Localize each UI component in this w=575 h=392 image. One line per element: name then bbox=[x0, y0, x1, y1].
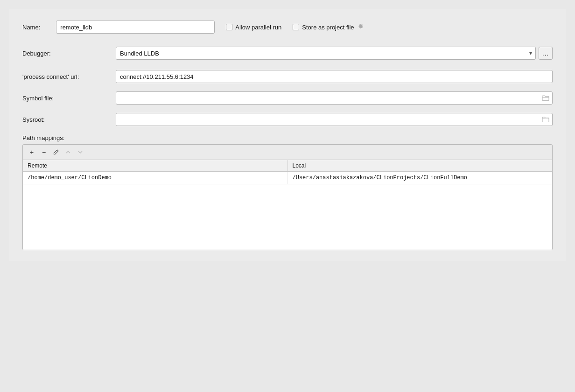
store-project-checkbox[interactable] bbox=[293, 24, 299, 30]
debugger-select[interactable]: Bundled LLDB Custom LLDB bbox=[116, 47, 536, 60]
debugger-select-wrapper: Bundled LLDB Custom LLDB ▾ ... bbox=[116, 47, 553, 60]
process-connect-row: 'process connect' url: bbox=[22, 70, 553, 83]
add-mapping-button[interactable]: + bbox=[27, 147, 37, 157]
allow-parallel-label: Allow parallel run bbox=[235, 24, 281, 31]
top-row: Name: Allow parallel run Store as projec… bbox=[22, 21, 553, 34]
sysroot-label: Sysroot: bbox=[22, 116, 116, 123]
remote-cell: /home/demo_user/CLionDemo bbox=[23, 172, 288, 184]
move-up-button[interactable] bbox=[63, 147, 73, 157]
table-header: Remote Local bbox=[23, 160, 552, 172]
symbol-file-row: Symbol file: bbox=[22, 91, 553, 105]
remove-mapping-button[interactable]: − bbox=[39, 147, 49, 157]
debugger-select-container: Bundled LLDB Custom LLDB ▾ bbox=[116, 47, 536, 60]
path-mappings-label: Path mappings: bbox=[22, 134, 553, 141]
symbol-file-label: Symbol file: bbox=[22, 95, 116, 102]
table-empty-area bbox=[23, 184, 552, 250]
path-mappings-container: + − bbox=[22, 144, 553, 250]
sysroot-browse-button[interactable] bbox=[540, 114, 552, 125]
debugger-row: Debugger: Bundled LLDB Custom LLDB ▾ ... bbox=[22, 47, 553, 60]
name-label: Name: bbox=[22, 24, 40, 31]
debugger-more-button[interactable]: ... bbox=[539, 47, 553, 60]
gear-icon[interactable] bbox=[357, 23, 365, 31]
path-mappings-section: Path mappings: + − bbox=[22, 134, 553, 250]
debugger-label: Debugger: bbox=[22, 50, 116, 57]
local-column-header: Local bbox=[288, 160, 553, 171]
move-down-button[interactable] bbox=[75, 147, 85, 157]
store-project-group: Store as project file bbox=[293, 23, 364, 31]
allow-parallel-checkbox[interactable] bbox=[226, 24, 232, 30]
process-connect-input-wrapper bbox=[116, 70, 553, 83]
name-input[interactable] bbox=[56, 21, 215, 34]
process-connect-label: 'process connect' url: bbox=[22, 73, 116, 80]
store-project-label: Store as project file bbox=[302, 24, 354, 31]
symbol-file-input[interactable] bbox=[116, 91, 553, 105]
edit-mapping-button[interactable] bbox=[51, 147, 61, 157]
symbol-file-browse-button[interactable] bbox=[540, 92, 552, 104]
sysroot-input[interactable] bbox=[116, 113, 553, 126]
path-mappings-table: Remote Local /home/demo_user/CLionDemo /… bbox=[23, 160, 552, 250]
allow-parallel-group: Allow parallel run bbox=[226, 24, 281, 31]
main-container: Name: Allow parallel run Store as projec… bbox=[9, 9, 566, 261]
sysroot-input-wrapper bbox=[116, 113, 553, 126]
process-connect-input[interactable] bbox=[116, 70, 553, 83]
local-cell: /Users/anastasiakazakova/CLionProjects/C… bbox=[288, 172, 553, 184]
path-mappings-toolbar: + − bbox=[23, 145, 552, 160]
remote-column-header: Remote bbox=[23, 160, 288, 171]
table-row[interactable]: /home/demo_user/CLionDemo /Users/anastas… bbox=[23, 172, 552, 184]
sysroot-row: Sysroot: bbox=[22, 113, 553, 126]
symbol-file-input-wrapper bbox=[116, 91, 553, 105]
